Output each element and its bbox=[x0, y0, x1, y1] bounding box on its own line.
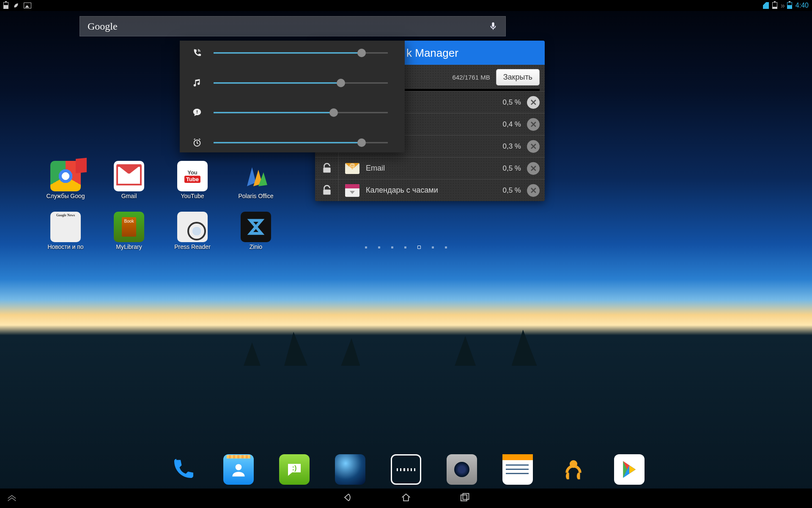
app-youtube[interactable]: YouTubeYouTube bbox=[161, 161, 224, 212]
svg-rect-3 bbox=[323, 189, 330, 194]
app-gmail[interactable]: Gmail bbox=[97, 161, 161, 212]
page-dot[interactable] bbox=[417, 246, 421, 249]
app-label: Gmail bbox=[121, 193, 137, 199]
svg-marker-5 bbox=[250, 221, 261, 234]
task-app-name: Email bbox=[366, 164, 497, 173]
task-cpu-pct: 0,5 % bbox=[503, 98, 521, 107]
app-polaris[interactable]: Polaris Office bbox=[224, 161, 288, 212]
kill-task-button[interactable]: ✕ bbox=[527, 162, 540, 175]
app-icon-youtube: YouTube bbox=[177, 161, 208, 191]
google-logo: Google bbox=[88, 21, 118, 32]
app-grid: Службы GoogGmailYouTubeYouTubePolaris Of… bbox=[34, 161, 309, 262]
app-label: Службы Goog bbox=[46, 193, 85, 199]
speech-excl-icon bbox=[192, 108, 203, 117]
task-cpu-pct: 0,5 % bbox=[503, 164, 521, 173]
app-label: MyLibrary bbox=[116, 243, 142, 250]
task-app-name: Календарь с часами bbox=[366, 186, 497, 195]
page-dot[interactable] bbox=[391, 246, 393, 248]
app-zinio[interactable]: Zinio bbox=[224, 212, 288, 262]
task-app-icon bbox=[343, 183, 362, 198]
app-icon-zinio bbox=[241, 212, 271, 242]
app-icon-press bbox=[177, 212, 208, 242]
task-cpu-pct: 0,3 % bbox=[503, 142, 521, 151]
app-icon-gmail bbox=[114, 161, 144, 191]
page-dot[interactable] bbox=[404, 246, 406, 248]
kill-task-button[interactable]: ✕ bbox=[527, 140, 540, 153]
screenshot-icon bbox=[24, 3, 31, 8]
alarm-clock-icon bbox=[192, 138, 203, 147]
page-dot[interactable] bbox=[378, 246, 380, 248]
lock-icon[interactable] bbox=[315, 157, 339, 179]
svg-rect-2 bbox=[323, 167, 330, 172]
app-chrome[interactable]: Службы Goog bbox=[34, 161, 97, 212]
kill-task-button[interactable]: ✕ bbox=[527, 118, 540, 131]
google-search-widget[interactable]: Google bbox=[80, 16, 506, 36]
lock-icon[interactable] bbox=[315, 179, 339, 201]
task-row[interactable]: Календарь с часами0,5 %✕ bbox=[315, 179, 545, 201]
volume-slider-notification[interactable] bbox=[214, 108, 388, 117]
page-dot[interactable] bbox=[432, 246, 434, 248]
volume-slider-alarm[interactable] bbox=[214, 138, 388, 147]
app-label: YouTube bbox=[181, 193, 204, 199]
volume-panel[interactable] bbox=[180, 41, 405, 152]
app-icon-mylib: Book bbox=[114, 212, 144, 242]
page-indicator[interactable] bbox=[365, 246, 447, 249]
app-icon-polaris bbox=[241, 161, 271, 191]
app-news[interactable]: Google NewsНовости и по bbox=[34, 212, 97, 262]
app-press[interactable]: Press Reader bbox=[161, 212, 224, 262]
task-cpu-pct: 0,4 % bbox=[503, 120, 521, 129]
voice-search-icon[interactable] bbox=[488, 20, 498, 33]
app-label: Zinio bbox=[250, 243, 262, 250]
close-all-button[interactable]: Закрыть bbox=[496, 69, 540, 86]
kill-task-button[interactable]: ✕ bbox=[527, 184, 540, 197]
page-dot[interactable] bbox=[445, 246, 447, 248]
app-icon-news: Google News bbox=[50, 212, 81, 242]
task-row[interactable]: @Email0,5 %✕ bbox=[315, 157, 545, 179]
page-dot[interactable] bbox=[365, 246, 367, 248]
leaf-icon bbox=[13, 2, 19, 10]
task-cpu-pct: 0,5 % bbox=[503, 186, 521, 195]
phone-ring-icon bbox=[192, 48, 203, 58]
volume-row-notification bbox=[192, 108, 388, 117]
task-app-icon: @ bbox=[343, 161, 362, 176]
volume-row-ringer bbox=[192, 48, 388, 58]
app-mylib[interactable]: BookMyLibrary bbox=[97, 212, 161, 262]
kill-task-button[interactable]: ✕ bbox=[527, 96, 540, 109]
app-label: Polaris Office bbox=[239, 193, 274, 199]
app-label: Новости и по bbox=[47, 243, 83, 250]
volume-row-media bbox=[192, 78, 388, 88]
volume-slider-ringer[interactable] bbox=[214, 48, 388, 58]
volume-slider-media[interactable] bbox=[214, 78, 388, 88]
task-manager-title: k Manager bbox=[406, 47, 537, 60]
app-label: Press Reader bbox=[174, 243, 211, 250]
volume-row-alarm bbox=[192, 138, 388, 147]
battery-charge-icon bbox=[3, 2, 8, 9]
app-icon-chrome bbox=[50, 161, 81, 191]
music-note-icon bbox=[192, 78, 203, 88]
memory-usage: 642/1761 MB bbox=[452, 74, 490, 81]
status-bar[interactable]: » 4:40 bbox=[0, 0, 650, 11]
